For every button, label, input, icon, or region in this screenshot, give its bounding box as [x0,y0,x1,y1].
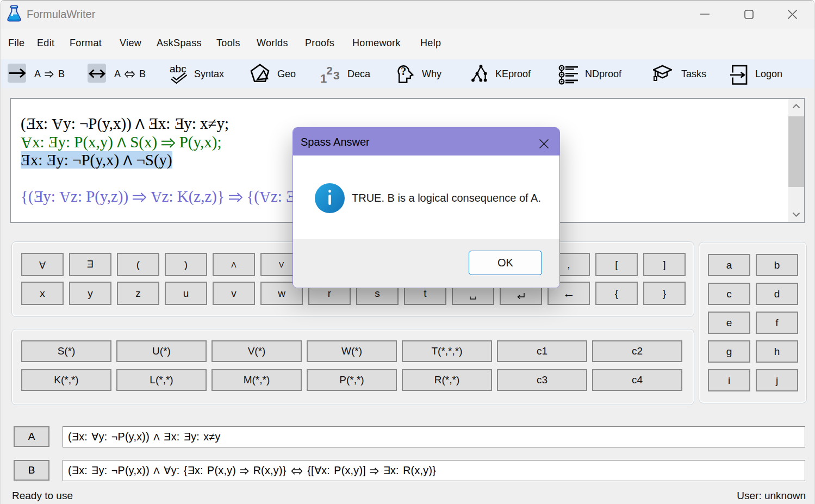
svg-text:abc: abc [170,63,186,74]
svg-text:?: ? [401,65,406,77]
svg-text:3: 3 [333,69,340,82]
svg-text:2: 2 [327,65,333,77]
svg-text:1: 1 [320,72,327,85]
